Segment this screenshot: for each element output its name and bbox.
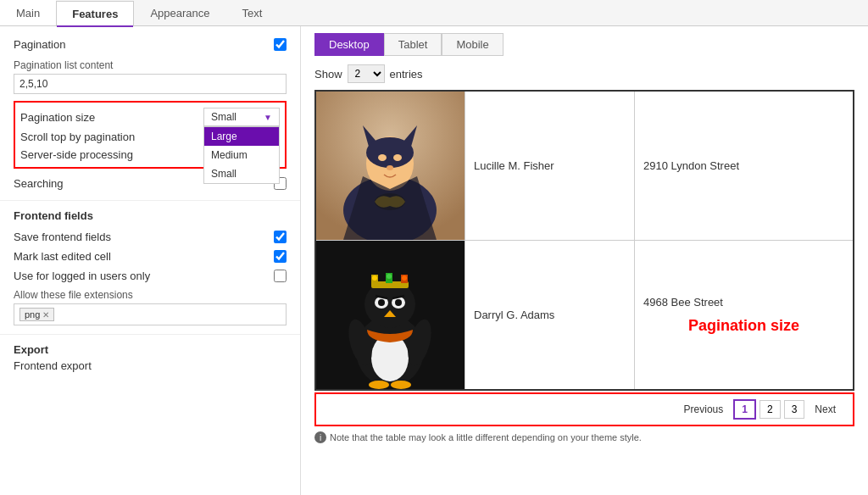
pagination-size-row: Pagination size Small ▼ Large Medium Sma… xyxy=(20,106,280,128)
pagination-list-content-group: Pagination list content xyxy=(0,56,300,97)
option-medium[interactable]: Medium xyxy=(204,146,279,164)
page-1-button[interactable]: 1 xyxy=(733,399,756,420)
svg-point-6 xyxy=(378,154,387,161)
png-tag: png ✕ xyxy=(19,308,54,321)
device-tab-tablet[interactable]: Tablet xyxy=(384,33,442,56)
show-select[interactable]: 2 5 10 xyxy=(348,64,385,83)
svg-point-7 xyxy=(393,154,402,161)
page-3-button[interactable]: 3 xyxy=(784,400,805,419)
name-cell-2: Darryl G. Adams xyxy=(465,241,635,391)
svg-point-19 xyxy=(387,274,392,279)
svg-point-24 xyxy=(395,299,402,306)
info-icon: i xyxy=(314,431,326,443)
option-small[interactable]: Small xyxy=(204,164,279,183)
address-cell-2: 4968 Bee Street Pagination size xyxy=(635,241,854,391)
pagination-size-dropdown[interactable]: Small ▼ Large Medium Small xyxy=(203,108,280,126)
image-cell-2 xyxy=(315,241,465,391)
frontend-fields-label: Frontend fields xyxy=(14,209,287,222)
note-text: Note that the table may look a little di… xyxy=(330,432,642,442)
export-label: Export xyxy=(14,343,287,356)
note-row: i Note that the table may look a little … xyxy=(314,431,854,443)
svg-point-18 xyxy=(372,275,377,281)
save-frontend-row: Save frontend fields xyxy=(14,227,287,247)
pagination-row: Pagination xyxy=(0,33,300,56)
allow-extensions-group: Allow these file extensions png ✕ xyxy=(14,289,287,325)
address-cell-1: 2910 Lyndon Street xyxy=(635,91,854,241)
pagination-size-btn[interactable]: Small ▼ xyxy=(203,108,280,126)
divider-1 xyxy=(0,200,300,201)
pagination-bar: Previous 1 2 3 Next xyxy=(314,392,854,426)
save-frontend-checkbox[interactable] xyxy=(274,231,287,243)
divider-2 xyxy=(0,334,300,335)
main-layout: Pagination Pagination list content Pagin… xyxy=(0,26,868,495)
mark-last-edited-label: Mark last edited cell xyxy=(14,250,111,263)
scroll-top-label: Scroll top by pagination xyxy=(20,131,135,143)
data-table: Lucille M. Fisher 2910 Lyndon Street xyxy=(314,90,854,391)
dropdown-arrow-icon: ▼ xyxy=(264,113,272,122)
svg-point-30 xyxy=(369,381,389,389)
export-group: Export Frontend export xyxy=(0,340,300,375)
frontend-fields-group: Frontend fields Save frontend fields Mar… xyxy=(0,206,300,329)
svg-point-31 xyxy=(391,381,411,389)
extensions-tag-input[interactable]: png ✕ xyxy=(14,303,287,325)
option-large[interactable]: Large xyxy=(204,127,279,146)
device-tab-desktop[interactable]: Desktop xyxy=(314,33,384,56)
penguin-image xyxy=(316,241,465,389)
pagination-list-input[interactable] xyxy=(14,74,287,94)
left-panel: Pagination Pagination list content Pagin… xyxy=(0,26,301,495)
tab-features[interactable]: Features xyxy=(56,1,134,26)
svg-point-5 xyxy=(366,137,414,168)
frontend-export-label: Frontend export xyxy=(14,359,287,372)
allow-extensions-label: Allow these file extensions xyxy=(14,289,287,301)
page-2-button[interactable]: 2 xyxy=(760,400,781,419)
device-tab-mobile[interactable]: Mobile xyxy=(442,33,503,56)
table-row: Darryl G. Adams 4968 Bee Street Paginati… xyxy=(315,241,854,391)
entries-label: entries xyxy=(390,68,423,81)
svg-point-8 xyxy=(387,165,393,170)
next-button[interactable]: Next xyxy=(808,401,843,418)
pagination-size-menu: Large Medium Small xyxy=(203,126,280,184)
use-logged-in-row: Use for logged in users only xyxy=(14,266,287,286)
tab-main[interactable]: Main xyxy=(0,0,56,25)
image-cell-1 xyxy=(315,91,465,241)
top-nav: Main Features Appearance Text xyxy=(0,0,868,26)
svg-point-23 xyxy=(378,299,385,306)
pagination-list-label: Pagination list content xyxy=(14,59,287,71)
mark-last-edited-checkbox[interactable] xyxy=(274,250,287,263)
use-logged-in-checkbox[interactable] xyxy=(274,270,287,282)
svg-point-20 xyxy=(402,275,407,281)
pagination-size-bordered: Pagination size Small ▼ Large Medium Sma… xyxy=(14,101,287,169)
tab-appearance[interactable]: Appearance xyxy=(134,0,225,25)
name-cell-1: Lucille M. Fisher xyxy=(465,91,635,241)
right-panel: Desktop Tablet Mobile Show 2 5 10 entrie… xyxy=(301,26,868,495)
pagination-size-value: Small xyxy=(211,111,236,123)
table-row: Lucille M. Fisher 2910 Lyndon Street xyxy=(315,91,854,241)
device-tabs: Desktop Tablet Mobile xyxy=(314,33,854,56)
mark-last-edited-row: Mark last edited cell xyxy=(14,247,287,266)
server-side-label: Server-side processing xyxy=(20,148,133,161)
pagination-size-label: Pagination size xyxy=(20,111,95,124)
tag-remove-icon[interactable]: ✕ xyxy=(42,310,49,320)
batman-image xyxy=(316,92,465,240)
pagination-label: Pagination xyxy=(14,38,65,51)
tag-value: png xyxy=(25,309,40,320)
previous-button[interactable]: Previous xyxy=(677,401,731,418)
pagination-size-highlight: Pagination size xyxy=(643,317,844,335)
show-entries-row: Show 2 5 10 entries xyxy=(314,64,854,83)
use-logged-in-label: Use for logged in users only xyxy=(14,270,150,282)
save-frontend-label: Save frontend fields xyxy=(14,231,111,243)
pagination-checkbox[interactable] xyxy=(274,38,287,51)
searching-label: Searching xyxy=(14,177,64,190)
tab-text[interactable]: Text xyxy=(226,0,279,25)
show-label: Show xyxy=(314,68,342,81)
